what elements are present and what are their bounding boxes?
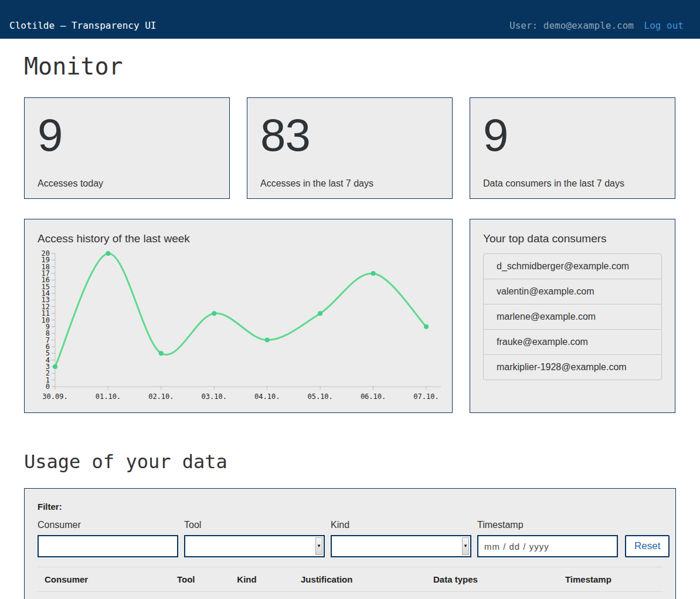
column-header-data-types: Data types xyxy=(426,567,558,592)
list-item: frauke@example.com xyxy=(484,329,661,354)
consumer-filter-input[interactable] xyxy=(38,535,178,557)
tool-filter-field: Tool ▼ xyxy=(184,520,325,557)
column-header-kind: Kind xyxy=(230,567,294,592)
stat-value: 9 xyxy=(38,112,216,158)
chart-title: Access history of the last week xyxy=(38,232,439,245)
column-header-timestamp: Timestamp xyxy=(558,567,662,592)
access-history-panel: Access history of the last week 01234567… xyxy=(24,219,453,413)
top-consumers-panel: Your top data consumers d_schmidberger@e… xyxy=(470,219,675,413)
table-header-row: Consumer Tool Kind Justification Data ty… xyxy=(38,567,662,592)
kind-select[interactable]: ▼ xyxy=(331,535,471,557)
logout-link[interactable]: Log out xyxy=(644,20,684,31)
top-navbar: Clotilde – Transparency UI User: demo@ex… xyxy=(0,0,700,39)
stat-value: 9 xyxy=(483,112,662,158)
chevron-down-icon: ▼ xyxy=(462,537,469,555)
svg-text:06.10.: 06.10. xyxy=(361,392,386,401)
usage-heading: Usage of your data xyxy=(24,451,676,473)
list-item: valentin@example.com xyxy=(484,279,661,304)
svg-text:20: 20 xyxy=(42,250,50,258)
column-header-justification: Justification xyxy=(294,567,426,592)
top-consumers-title: Your top data consumers xyxy=(483,232,662,245)
stat-cards-row: 9 Accesses today 83 Accesses in the last… xyxy=(24,97,676,199)
timestamp-filter-field: Timestamp xyxy=(477,520,618,557)
svg-text:04.10.: 04.10. xyxy=(254,392,280,401)
navbar-right: User: demo@example.com Log out xyxy=(509,20,684,31)
svg-text:03.10.: 03.10. xyxy=(202,392,227,401)
column-header-tool: Tool xyxy=(170,567,230,592)
kind-filter-label: Kind xyxy=(331,520,471,530)
list-item: markiplier-1928@example.com xyxy=(484,354,661,380)
list-item: marlene@example.com xyxy=(484,304,661,329)
reset-button[interactable]: Reset xyxy=(625,535,670,557)
svg-text:30.09.: 30.09. xyxy=(42,392,67,401)
svg-text:02.10.: 02.10. xyxy=(148,392,174,401)
stat-card-accesses-7days: 83 Accesses in the last 7 days xyxy=(247,97,453,199)
main-content: Monitor 9 Accesses today 83 Accesses in … xyxy=(24,53,676,599)
chevron-down-icon: ▼ xyxy=(315,537,322,555)
stat-label: Data consumers in the last 7 days xyxy=(483,178,662,189)
tool-filter-label: Tool xyxy=(184,520,325,530)
svg-text:01.10.: 01.10. xyxy=(96,392,121,401)
charts-row: Access history of the last week 01234567… xyxy=(24,219,676,413)
list-item: d_schmidberger@example.com xyxy=(484,254,661,279)
filter-caption: Filter: xyxy=(38,502,662,512)
column-header-consumer: Consumer xyxy=(38,567,170,592)
stat-card-accesses-today: 9 Accesses today xyxy=(24,97,230,199)
timestamp-date-input[interactable] xyxy=(477,535,618,557)
tool-select[interactable]: ▼ xyxy=(184,535,325,557)
stat-label: Accesses today xyxy=(38,178,216,189)
monitor-heading: Monitor xyxy=(24,53,676,80)
filter-row: Consumer Tool ▼ Kind ▼ Timestamp Reset xyxy=(38,520,662,557)
consumer-filter-label: Consumer xyxy=(38,520,178,530)
user-email-label: User: demo@example.com xyxy=(509,20,634,31)
stat-label: Accesses in the last 7 days xyxy=(260,178,439,189)
stat-card-consumers-7days: 9 Data consumers in the last 7 days xyxy=(470,97,675,199)
top-consumers-list: d_schmidberger@example.com valentin@exam… xyxy=(483,253,662,380)
svg-text:05.10.: 05.10. xyxy=(307,392,332,401)
consumer-filter-field: Consumer xyxy=(38,520,178,557)
usage-table: Consumer Tool Kind Justification Data ty… xyxy=(38,567,662,592)
usage-panel: Filter: Consumer Tool ▼ Kind ▼ Timestamp xyxy=(24,488,676,599)
kind-filter-field: Kind ▼ xyxy=(331,520,471,557)
svg-text:07.10.: 07.10. xyxy=(413,392,439,401)
access-history-line-chart: 0123456789101112131415161718192030.09.01… xyxy=(38,250,448,401)
timestamp-filter-label: Timestamp xyxy=(477,520,618,530)
app-title: Clotilde – Transparency UI xyxy=(9,20,156,31)
stat-value: 83 xyxy=(260,112,439,158)
